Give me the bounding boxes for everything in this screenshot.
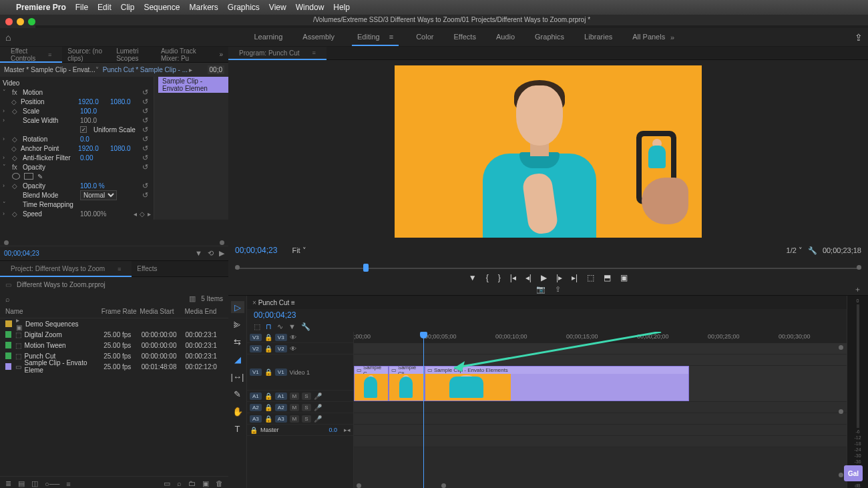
go-in-icon[interactable]: |◂ [510,273,516,282]
ec-toggle-icon[interactable]: ⟲ [208,249,214,258]
timeline-ruler[interactable]: ;00;00 00;00;05;00 00;00;10;00 00;00;15;… [354,332,847,343]
nest-icon[interactable]: ⬚ [254,322,260,331]
settings-icon[interactable]: 🔧 [301,322,310,331]
opacity-value[interactable]: 100.0 % [80,182,114,190]
col-mediaend[interactable]: Media End [184,308,223,315]
target-v1[interactable]: V1 [275,369,287,376]
ec-scroll-left[interactable] [4,240,9,245]
go-out-icon[interactable]: ▸| [572,273,578,282]
target-v2[interactable]: V2 [275,345,287,352]
program-fit-dropdown[interactable]: Fit ˅ [292,246,306,255]
camera-icon[interactable]: 📷 [536,285,546,294]
list-view-icon[interactable]: ≣ [5,479,11,488]
workspace-assembly[interactable]: Assembly [300,29,337,46]
program-monitor-viewport[interactable] [395,65,702,238]
kf-flicker[interactable]: ◇ [12,154,19,162]
kf-rotation[interactable]: ◇ [12,136,19,143]
step-back-icon[interactable]: ◂| [525,273,531,282]
kf-anchor[interactable]: ◇ [11,145,17,152]
program-zoom-dropdown[interactable]: 1/2 ˅ [787,246,803,255]
slip-tool[interactable]: |↔| [231,371,244,383]
ec-footer-tc[interactable]: 00;00;04;23 [4,250,39,257]
extract-icon[interactable]: ⬒ [604,273,611,282]
sort-icon[interactable]: ≡ [66,480,70,488]
uniform-scale-checkbox[interactable]: ✓ [80,126,87,133]
timeline-tab[interactable]: Punch Cut [258,299,290,306]
lift-icon[interactable]: ⬚ [587,273,594,282]
vis-v3[interactable]: 👁 [290,334,296,341]
pen-tool[interactable]: ✎ [231,388,244,400]
linked-icon[interactable]: ∿ [277,322,283,331]
workspace-libraries[interactable]: Libraries [582,29,615,46]
program-timecode[interactable]: 00;00;04;23 [235,246,277,255]
mask-pen[interactable]: ✎ [37,173,43,180]
program-scrubber[interactable] [235,264,861,271]
new-item-icon[interactable]: ▣ [202,479,209,488]
workspace-editing[interactable]: Editing ≡ [352,29,399,46]
master-icon[interactable]: ▸◂ [344,427,351,433]
ripple-tool[interactable]: ⇆ [231,336,244,348]
voice-a1[interactable]: 🎤 [314,393,322,400]
hand-tool[interactable]: ✋ [231,405,244,417]
position-y[interactable]: 1080.0 [110,98,138,105]
anchor-x[interactable]: 1920.0 [78,145,106,152]
menu-window[interactable]: Window [296,3,324,12]
close-window-button[interactable] [5,18,13,25]
maximize-window-button[interactable] [28,18,35,25]
step-fwd-icon[interactable]: |▸ [556,273,562,282]
mask-ellipse[interactable] [12,173,20,180]
tab-source[interactable]: Source: (no clips) [62,47,111,62]
menu-markers[interactable]: Markers [189,3,218,12]
col-framerate[interactable]: Frame Rate [101,308,140,315]
kf-scale[interactable]: ◇ [12,107,19,115]
reset-motion[interactable]: ↺ [142,88,148,97]
selection-tool[interactable]: ▷ [231,301,244,313]
speed-value[interactable]: 100.00% [80,210,106,218]
mark-in-icon[interactable]: { [486,273,489,282]
workspace-effects[interactable]: Effects [451,29,478,46]
blend-mode-select[interactable]: Normal [80,190,117,200]
menu-view[interactable]: View [269,3,286,12]
export-frame-icon[interactable]: ▣ [620,273,628,282]
ec-master-crumb[interactable]: Master * Sample Clip - Envat... [4,66,95,73]
timeline-clip[interactable]: ▭Sample Clip - Envato Elements [425,366,689,401]
button-editor-icon[interactable]: ＋ [854,284,861,294]
timeline-tracks-area[interactable]: ;00;00 00;00;05;00 00;00;10;00 00;00;15;… [354,332,847,488]
track-select-tool[interactable]: ⫸ [231,318,244,330]
mute-a1[interactable]: M [290,393,300,400]
workspace-overflow-icon[interactable]: » [670,33,674,41]
ec-play-icon[interactable]: ▶ [219,249,224,258]
master-level[interactable]: 0.0 [329,427,337,433]
app-name[interactable]: Premiere Pro [16,3,66,12]
marker-icon[interactable]: ▼ [288,322,296,330]
anchor-y[interactable]: 1080.0 [110,145,138,152]
menu-clip[interactable]: Clip [121,3,135,12]
home-icon[interactable]: ⌂ [5,32,11,43]
tab-effect-controls[interactable]: Effect Controls ≡ [0,47,62,62]
opacity-section-label[interactable]: Opacity [23,164,76,171]
menu-sequence[interactable]: Sequence [144,3,180,12]
new-find-icon[interactable]: ▭ [164,479,170,488]
tl-scroll-right[interactable] [441,483,446,488]
zoom-slider[interactable]: ○── [45,480,59,488]
reset-scalew[interactable]: ↺ [142,116,148,125]
ec-sequence-crumb[interactable]: Punch Cut * Sample Clip - ... [103,66,188,73]
timeline-clip[interactable]: ▭Sample C [354,366,389,401]
flicker-value[interactable]: 0.00 [80,154,114,162]
menu-help[interactable]: Help [333,3,350,12]
trash-icon[interactable]: 🗑 [216,479,223,488]
share-icon[interactable]: ⇪ [855,32,863,43]
position-x[interactable]: 1920.0 [78,98,106,105]
tab-overflow[interactable]: » [214,47,228,62]
tl-vscroll-bot[interactable] [839,473,843,477]
fx-opacity-toggle[interactable]: fx [12,164,19,171]
tl-vscroll-mid[interactable] [839,409,843,414]
kf-speed[interactable]: ◇ [12,210,19,218]
project-row[interactable]: ⬚Motion Tween25.00 fps00:00:00:0000:00:2… [0,340,228,350]
project-row[interactable]: ▸ ▣Demo Sequences [0,318,228,329]
project-row[interactable]: ▭Sample Clip - Envato Eleme25.00 fps00:0… [0,361,228,372]
next-keyframe[interactable]: ▸ [148,210,151,218]
razor-tool[interactable]: ◢ [231,353,244,365]
icon-view-icon[interactable]: ▤ [18,479,25,488]
type-tool[interactable]: T [231,423,244,435]
